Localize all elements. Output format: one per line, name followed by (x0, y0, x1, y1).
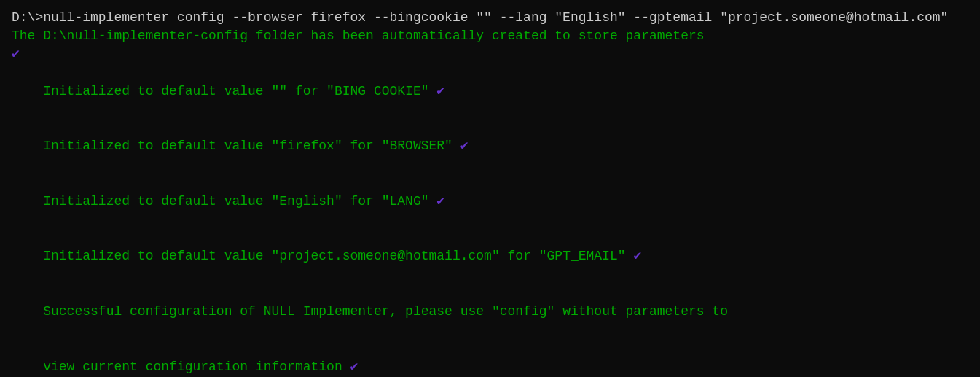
output-line-1: The D:\null-implementer-config folder ha… (12, 27, 968, 45)
output-line-3: Initialized to default value "" for "BIN… (12, 64, 968, 120)
output-line-7a: Successful configuration of NULL Impleme… (12, 284, 968, 340)
command-line: D:\>null-implementer config --browser fi… (12, 10, 948, 25)
terminal-window: D:\>null-implementer config --browser fi… (12, 9, 968, 377)
output-line-4: Initialized to default value "firefox" f… (12, 119, 968, 174)
output-line-6: Initialized to default value "project.so… (12, 229, 968, 284)
checkmark-line: ✔ (12, 45, 968, 63)
output-line-7b: view current configuration information ✔ (12, 339, 968, 377)
output-line-5: Initialized to default value "English" f… (12, 174, 968, 230)
